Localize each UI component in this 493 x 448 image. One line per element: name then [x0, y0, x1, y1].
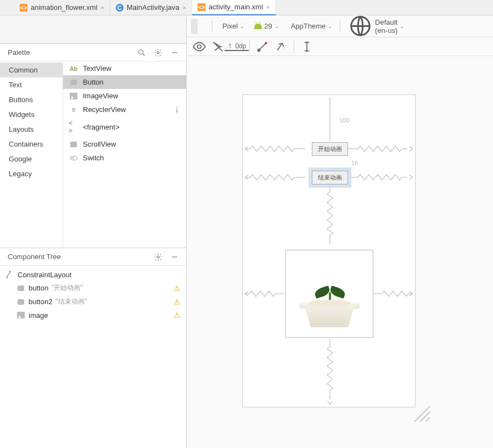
close-icon[interactable]: ×	[183, 4, 186, 11]
chevron-down-icon: ⌄	[274, 23, 279, 29]
palette-widget-button[interactable]: Button	[63, 75, 186, 89]
xml-file-icon: <>	[20, 4, 27, 12]
default-margins[interactable]: 0dp	[229, 40, 244, 54]
android-icon	[254, 24, 262, 29]
svg-point-17	[284, 47, 285, 48]
close-icon[interactable]: ×	[100, 4, 104, 11]
component-tree: ConstraintLayout button "开始动画" ⚠ button2…	[0, 266, 186, 448]
design-surface-toggle[interactable]	[191, 19, 198, 34]
svg-line-24	[420, 412, 430, 422]
design-toolbar: Pixel ⌄ 29 ⌄ AppTheme ⌄ Default (en-us) …	[187, 15, 493, 37]
image-icon	[16, 311, 25, 320]
button-icon	[16, 284, 25, 293]
palette-category-legacy[interactable]: Legacy	[0, 166, 63, 181]
left-column: Palette Common Text Buttons Widgets Layo…	[0, 15, 187, 448]
gear-icon[interactable]	[152, 251, 164, 263]
minimize-icon[interactable]	[169, 251, 181, 263]
tree-node-image[interactable]: image ⚠	[4, 309, 182, 322]
component-tree-header: Component Tree	[0, 248, 186, 266]
xml-file-icon: <>	[198, 3, 205, 11]
svg-point-0	[139, 49, 143, 54]
design-button-end[interactable]: 结束动画	[312, 171, 348, 184]
autoconnect-icon[interactable]	[211, 40, 225, 54]
palette-header: Palette	[0, 44, 186, 61]
palette-category-widgets[interactable]: Widgets	[0, 107, 63, 122]
tab-animation-flower[interactable]: <> animation_flower.xml ×	[14, 0, 110, 15]
svg-line-1	[143, 54, 144, 55]
svg-point-2	[157, 52, 159, 54]
palette-title: Palette	[8, 48, 131, 57]
palette-widget-switch[interactable]: Switch	[63, 151, 186, 165]
editor-tabs: <> animation_flower.xml × C MainActivity…	[0, 0, 493, 15]
button-icon	[16, 298, 25, 306]
clear-constraints-icon[interactable]	[255, 40, 270, 54]
palette-category-buttons[interactable]: Buttons	[0, 92, 63, 107]
design-button-start[interactable]: 开始动画	[312, 142, 348, 156]
tree-node-button2[interactable]: button2 "结束动画" ⚠	[4, 295, 182, 309]
measurement-gap: 16	[351, 160, 358, 166]
svg-point-4	[157, 256, 159, 258]
download-icon[interactable]: ⭳	[173, 105, 181, 114]
palette-widget-imageview[interactable]: ImageView	[63, 89, 186, 103]
tab-main-activity[interactable]: C MainActivity.java ×	[110, 0, 192, 15]
palette-category-google[interactable]: Google	[0, 152, 63, 166]
device-frame[interactable]: 100 16 开始动画 结束动画	[242, 94, 416, 407]
component-tree-title: Component Tree	[8, 253, 148, 261]
palette-widget-fragment[interactable]: < > <fragment>	[63, 116, 186, 137]
palette-categories: Common Text Buttons Widgets Layouts Cont…	[0, 61, 63, 248]
palette-category-layouts[interactable]: Layouts	[0, 122, 63, 137]
svg-point-7	[9, 271, 10, 272]
button-icon	[69, 80, 79, 85]
palette-widget-textview[interactable]: Ab TextView	[63, 61, 186, 75]
warning-icon[interactable]: ⚠	[173, 284, 181, 293]
image-icon	[69, 93, 79, 99]
tab-label: animation_flower.xml	[31, 3, 97, 12]
close-icon[interactable]: ×	[266, 4, 270, 10]
palette-category-text[interactable]: Text	[0, 77, 63, 92]
flower-pot-icon	[299, 297, 360, 327]
chevron-down-icon: ⌄	[328, 23, 332, 29]
palette-category-containers[interactable]: Containers	[0, 137, 63, 152]
theme-picker[interactable]: AppTheme ⌄	[285, 19, 336, 34]
gear-icon[interactable]	[152, 47, 164, 59]
design-surface: Pixel ⌄ 29 ⌄ AppTheme ⌄ Default (en-us) …	[187, 15, 493, 448]
tab-label: MainActivity.java	[127, 3, 180, 12]
canvas[interactable]: 100 16 开始动画 结束动画	[187, 56, 493, 448]
constraintlayout-icon	[5, 270, 14, 279]
api-picker[interactable]: 29 ⌄	[251, 19, 282, 34]
warning-icon[interactable]: ⚠	[173, 298, 181, 306]
svg-point-6	[7, 277, 8, 278]
infer-constraints-icon[interactable]	[274, 40, 288, 54]
view-options-toolbar: 0dp	[187, 37, 493, 56]
svg-point-16	[265, 42, 267, 44]
left-spacer	[0, 15, 186, 44]
minimize-icon[interactable]	[169, 47, 181, 59]
resize-handle-icon[interactable]	[409, 401, 431, 423]
tree-node-button[interactable]: button "开始动画" ⚠	[4, 281, 182, 295]
java-file-icon: C	[116, 4, 124, 12]
device-picker[interactable]: Pixel ⌄	[217, 19, 248, 34]
textview-icon: Ab	[69, 65, 79, 72]
locale-picker[interactable]: Default (en-us) ⌄	[345, 19, 407, 34]
measurement-top: 100	[339, 117, 349, 124]
search-icon[interactable]	[136, 47, 148, 59]
warning-icon[interactable]: ⚠	[173, 311, 181, 320]
palette-category-common[interactable]: Common	[0, 63, 63, 77]
svg-point-13	[198, 44, 201, 48]
orientation-toggle[interactable]	[201, 19, 208, 34]
chevron-down-icon: ⌄	[240, 23, 244, 29]
palette-widget-list: Ab TextView Button ImageView ≡ RecyclerV…	[63, 61, 186, 248]
tree-root[interactable]: ConstraintLayout	[4, 268, 182, 281]
list-icon: ≡	[69, 106, 79, 114]
palette-widget-scrollview[interactable]: ScrollView	[63, 137, 186, 151]
guidelines-icon[interactable]	[300, 40, 314, 54]
switch-icon	[69, 156, 79, 160]
view-options-icon[interactable]	[192, 40, 206, 54]
tab-activity-main[interactable]: <> activity_main.xml ×	[192, 0, 276, 15]
scrollview-icon	[69, 142, 79, 147]
design-imageview[interactable]	[285, 250, 373, 338]
svg-line-25	[425, 417, 430, 422]
palette-body: Common Text Buttons Widgets Layouts Cont…	[0, 61, 186, 248]
fragment-icon: < >	[69, 119, 79, 135]
palette-widget-recyclerview[interactable]: ≡ RecyclerView ⭳	[63, 103, 186, 116]
